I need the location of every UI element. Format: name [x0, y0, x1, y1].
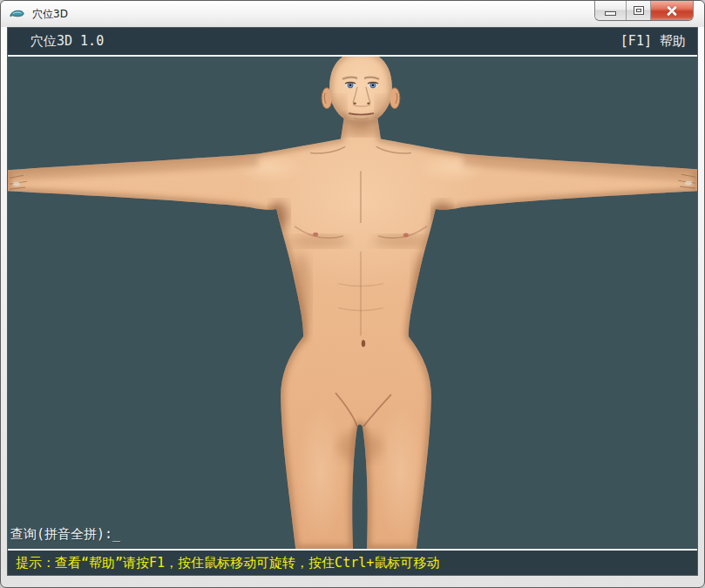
maximize-button[interactable] [627, 1, 651, 20]
app-icon [10, 8, 25, 20]
app-version-title: 穴位3D 1.0 [31, 33, 104, 50]
minimize-icon [605, 11, 616, 16]
minimize-button[interactable] [595, 1, 627, 20]
close-icon [667, 6, 677, 16]
close-button[interactable] [651, 1, 693, 20]
maximize-icon [634, 6, 644, 15]
status-hint: 提示：查看“帮助”请按F1，按住鼠标移动可旋转，按住Ctrl+鼠标可移动 [16, 555, 439, 571]
app-header-bar: 穴位3D 1.0 [F1] 帮助 [8, 28, 697, 57]
query-input[interactable]: 查询(拼音全拼):_ [10, 526, 120, 543]
app-window: 穴位3D 穴位3D 1.0 [F1] 帮助 [0, 0, 705, 588]
caption-buttons [595, 1, 693, 20]
human-3d-model [8, 57, 697, 549]
client-area: 穴位3D 1.0 [F1] 帮助 [7, 27, 698, 576]
titlebar[interactable]: 穴位3D [1, 1, 704, 27]
status-bar: 提示：查看“帮助”请按F1，按住鼠标移动可旋转，按住Ctrl+鼠标可移动 [8, 549, 697, 575]
model-viewport[interactable]: 查询(拼音全拼):_ [8, 57, 697, 549]
help-hint: [F1] 帮助 [620, 33, 686, 50]
window-title: 穴位3D [32, 7, 68, 22]
